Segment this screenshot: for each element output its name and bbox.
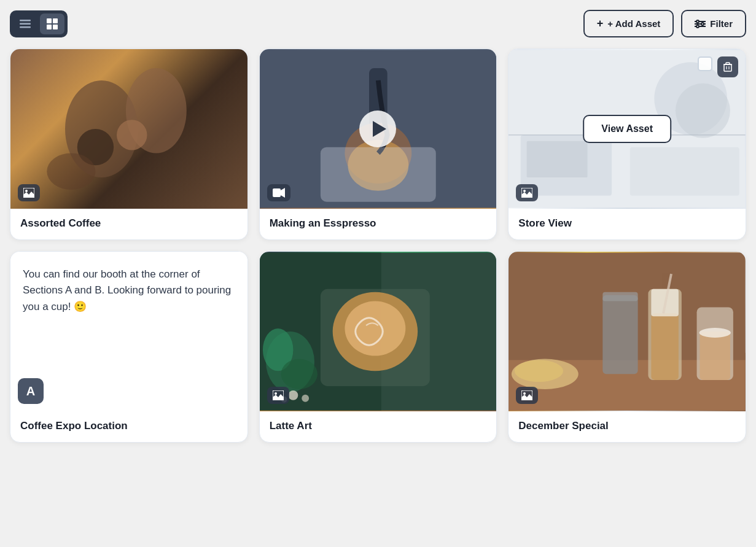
card-assorted-coffee-body: Assorted Coffee (10, 209, 247, 239)
card-december-special: December Special (508, 251, 746, 443)
card-overlay-actions (698, 56, 738, 77)
text-type-badge: A (18, 378, 44, 404)
svg-rect-1 (20, 23, 31, 25)
svg-rect-4 (53, 18, 58, 23)
card-store-view-title: Store View (518, 217, 736, 230)
card-espresso-body: Making an Esspresso (260, 209, 497, 239)
svg-rect-67 (603, 295, 638, 374)
card-coffee-expo: You can find our booth at the corner of … (10, 251, 248, 443)
card-coffee-expo-body: Coffee Expo Location (10, 411, 247, 442)
svg-rect-34 (527, 141, 588, 177)
svg-point-56 (275, 392, 277, 395)
text-badge-icon: A (26, 384, 35, 398)
december-illustration (509, 252, 746, 411)
svg-point-43 (523, 190, 526, 192)
image-icon-2 (521, 188, 532, 198)
play-button[interactable] (359, 111, 396, 147)
svg-point-22 (25, 190, 28, 192)
filter-icon (695, 18, 706, 29)
grid-view-button[interactable] (40, 14, 64, 34)
filter-button[interactable]: Filter (681, 10, 746, 37)
svg-point-51 (281, 359, 317, 389)
svg-point-32 (676, 83, 730, 138)
svg-rect-65 (700, 332, 730, 380)
latte-art-illustration (260, 252, 497, 411)
add-asset-button[interactable]: + + Add Asset (583, 10, 674, 37)
svg-point-52 (288, 390, 298, 400)
toolbar-right: + + Add Asset Filter (583, 10, 746, 37)
list-view-button[interactable] (13, 14, 37, 34)
trash-icon (723, 62, 732, 72)
svg-point-70 (515, 360, 563, 382)
assorted-coffee-illustration (10, 49, 247, 209)
card-assorted-coffee-title: Assorted Coffee (20, 217, 238, 230)
svg-rect-37 (724, 64, 731, 71)
svg-point-53 (302, 395, 309, 402)
card-coffee-expo-text: You can find our booth at the corner of … (23, 266, 235, 315)
card-latte-art-media (260, 252, 497, 411)
card-december-media (509, 252, 746, 411)
card-assorted-coffee: Assorted Coffee (10, 48, 248, 240)
asset-grid: Assorted Coffee Making an Esspresso (10, 48, 746, 443)
image-type-badge (18, 184, 40, 201)
card-december-title: December Special (518, 420, 736, 432)
card-making-espresso: Making an Esspresso (259, 48, 497, 240)
svg-point-48 (345, 301, 405, 356)
svg-point-66 (699, 328, 731, 338)
svg-rect-61 (652, 313, 679, 380)
svg-rect-39 (726, 63, 730, 64)
toolbar: + + Add Asset Filter (10, 10, 746, 37)
view-asset-button[interactable]: View Asset (583, 115, 671, 143)
grid-icon (46, 18, 58, 30)
svg-rect-0 (20, 20, 31, 21)
plus-icon: + (597, 17, 604, 30)
svg-rect-68 (603, 292, 638, 301)
svg-point-72 (523, 392, 526, 395)
svg-marker-29 (281, 188, 285, 198)
svg-rect-3 (47, 18, 52, 23)
svg-point-19 (117, 120, 147, 150)
card-assorted-coffee-media (10, 49, 247, 209)
select-checkbox[interactable] (698, 56, 712, 71)
filter-label: Filter (710, 18, 733, 29)
add-asset-label: + Add Asset (607, 18, 660, 29)
image-type-badge-2 (516, 184, 538, 201)
card-store-view: View Asset Store View (508, 48, 746, 240)
card-store-view-body: Store View (509, 209, 746, 239)
svg-rect-28 (273, 188, 281, 197)
card-latte-art: Latte Art (259, 251, 497, 443)
svg-point-8 (701, 23, 704, 25)
svg-rect-27 (321, 147, 436, 202)
svg-rect-5 (47, 25, 52, 29)
view-toggle (10, 10, 68, 37)
card-latte-art-body: Latte Art (260, 411, 497, 442)
svg-point-7 (696, 20, 699, 23)
image-icon (23, 188, 34, 198)
card-december-body: December Special (509, 411, 746, 442)
svg-rect-6 (53, 25, 58, 29)
delete-button[interactable] (717, 56, 738, 77)
svg-point-9 (696, 25, 699, 28)
svg-rect-35 (630, 147, 739, 196)
image-icon-4 (521, 390, 532, 400)
image-type-badge-3 (267, 387, 289, 404)
card-coffee-expo-title: Coffee Expo Location (20, 420, 238, 432)
image-icon-3 (273, 390, 284, 400)
video-type-badge (267, 184, 290, 201)
card-store-view-media: View Asset (509, 49, 746, 209)
card-latte-art-title: Latte Art (270, 420, 487, 432)
svg-rect-2 (20, 26, 31, 28)
svg-point-20 (47, 153, 95, 190)
list-icon (19, 18, 31, 30)
image-type-badge-4 (516, 387, 538, 404)
video-icon (273, 188, 285, 198)
card-espresso-title: Making an Esspresso (270, 217, 487, 230)
card-coffee-expo-media: You can find our booth at the corner of … (10, 252, 247, 411)
card-espresso-media (260, 49, 497, 209)
